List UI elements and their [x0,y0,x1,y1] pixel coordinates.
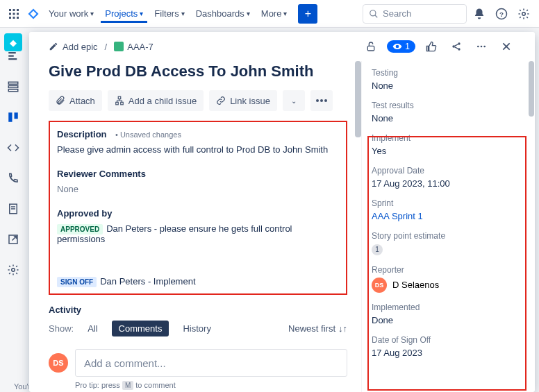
child-issue-icon [115,96,124,105]
issue-title[interactable]: Give Prod DB Access To John Smith [49,62,347,80]
close-icon[interactable] [497,37,515,56]
field-date-signoff-label: Date of Sign Off [372,335,521,345]
nav-your-work[interactable]: Your work▾ [44,4,98,23]
field-date-signoff-value[interactable]: 17 Aug 2023 [372,348,521,358]
svg-line-10 [375,15,378,17]
ellipsis-icon [316,99,327,102]
pages-icon[interactable] [6,201,21,216]
chevron-down-icon: ▾ [283,10,287,17]
add-epic-link[interactable]: Add epic [49,42,98,52]
jira-logo-icon[interactable] [25,6,42,22]
link-issue-button[interactable]: Link issue [209,90,277,111]
svg-rect-8 [17,17,19,19]
field-testing-value[interactable]: None [372,80,521,91]
issue-key-link[interactable]: AAA-7 [114,42,154,52]
field-reporter-value[interactable]: DS D Selaenos [372,278,521,293]
backlog-icon[interactable] [6,79,21,94]
show-label: Show: [49,323,74,334]
side-scrollbar[interactable] [529,61,534,117]
attach-button[interactable]: Attach [49,90,102,111]
svg-rect-39 [116,102,119,105]
reviewer-comments-value[interactable]: None [57,184,339,194]
create-button[interactable]: + [298,4,317,24]
watch-button[interactable]: 1 [387,40,415,53]
share-icon[interactable] [447,37,465,56]
project-avatar[interactable]: ◆ [4,33,22,51]
svg-rect-5 [17,12,19,15]
chevron-down-icon: ▾ [247,10,250,17]
search-placeholder: Search [383,8,411,19]
comment-composer: DS Add a comment... [49,349,347,377]
approved-by-value[interactable]: APPROVEDDan Peters - please ensure he ge… [57,223,339,244]
svg-rect-0 [9,9,11,11]
like-icon[interactable] [422,37,440,56]
nav-filters[interactable]: Filters▾ [150,4,188,23]
issue-dialog: Add epic / AAA-7 1 Give Prod DB Access T… [29,32,535,392]
field-implement-value[interactable]: Yes [372,146,521,156]
reviewer-comments-label: Reviewer Comments [57,169,146,179]
field-implemented-label: Implemented [372,302,521,312]
svg-rect-6 [9,17,11,19]
svg-point-33 [477,46,479,48]
protip-text: Pro tip: press M to comment [75,381,361,389]
field-approval-date-value[interactable]: 17 Aug 2023, 11:00 [372,178,521,189]
svg-rect-2 [17,9,19,11]
description-body[interactable]: Please give admin access with full contr… [57,144,339,155]
svg-rect-1 [13,9,15,11]
signoff-value[interactable]: SIGN OFFDan Peters - Implement [57,276,339,287]
activity-heading: Activity [49,305,361,315]
svg-rect-16 [8,58,17,60]
link-issue-dropdown[interactable]: ⌄ [283,90,305,111]
project-settings-icon[interactable] [6,262,21,278]
field-testing-label: Testing [372,68,521,78]
nav-projects[interactable]: Projects▾ [101,4,147,23]
chevron-down-icon: ▾ [90,10,94,17]
svg-point-34 [481,46,483,48]
nav-dashboards[interactable]: Dashboards▾ [192,4,254,23]
add-child-issue-button[interactable]: Add a child issue [108,90,204,111]
board-icon[interactable] [6,110,21,125]
unlock-icon[interactable] [362,37,380,56]
svg-point-35 [483,46,486,48]
tab-all[interactable]: All [81,321,104,336]
svg-point-43 [324,99,327,102]
field-implemented-value[interactable]: Done [372,315,521,325]
svg-rect-15 [8,56,14,57]
svg-text:?: ? [499,10,504,17]
sort-icon: ↓↑ [338,323,347,334]
shortcut-icon[interactable] [6,232,21,247]
svg-rect-40 [121,102,124,105]
field-testresults-label: Test results [372,101,521,110]
help-icon[interactable]: ? [492,4,511,24]
tab-comments[interactable]: Comments [112,321,169,336]
chevron-down-icon: ▾ [181,10,185,17]
more-content-actions[interactable] [310,90,333,111]
chevron-down-icon: ⌄ [291,97,297,105]
svg-rect-21 [15,112,18,119]
settings-icon[interactable] [514,4,533,24]
svg-rect-18 [8,86,18,88]
oncall-icon[interactable] [6,171,21,186]
field-sprint-value[interactable]: AAA Sprint 1 [372,211,521,221]
nav-more[interactable]: More▾ [257,4,292,23]
comment-input[interactable]: Add a comment... [75,349,347,377]
code-icon[interactable] [6,140,21,155]
tab-history[interactable]: History [176,321,217,336]
eye-icon [392,42,402,51]
search-input[interactable]: Search [363,4,467,24]
notifications-icon[interactable] [470,4,489,24]
main-column: Give Prod DB Access To John Smith Attach… [29,61,361,392]
field-storypoints-value[interactable]: 1 [372,244,521,255]
search-icon [369,9,379,19]
svg-point-13 [522,12,526,15]
app-switcher-icon[interactable] [6,6,22,22]
signoff-chip: SIGN OFF [57,277,97,287]
main-scrollbar[interactable] [355,61,361,392]
svg-point-42 [320,99,323,102]
field-testresults-value[interactable]: None [372,113,521,123]
field-sprint-label: Sprint [372,198,521,208]
more-actions-icon[interactable] [472,37,490,56]
svg-rect-3 [9,12,11,15]
sort-newest-first[interactable]: Newest first↓↑ [288,323,347,334]
breadcrumb-separator: / [105,42,108,52]
